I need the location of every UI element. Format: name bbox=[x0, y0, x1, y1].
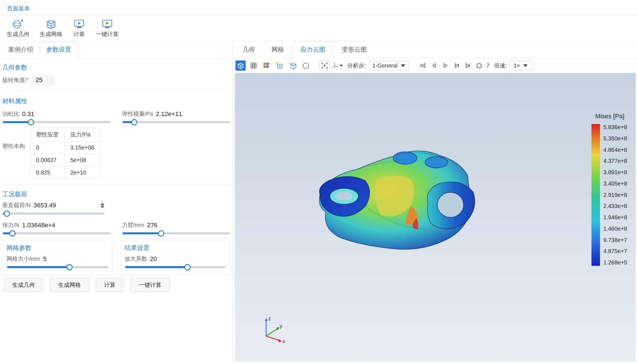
first-frame-icon[interactable] bbox=[418, 61, 427, 70]
vertical-load-stepper[interactable] bbox=[100, 203, 104, 208]
svg-rect-9 bbox=[264, 63, 266, 65]
ribbon-mesh[interactable]: 生成网格 bbox=[40, 18, 62, 38]
svg-text:y: y bbox=[280, 323, 282, 329]
axis-xyz-icon[interactable]: zyx bbox=[332, 60, 343, 71]
table-row[interactable]: 03.15e+08 bbox=[30, 142, 100, 154]
legend-value: 1.268e+5 bbox=[603, 259, 627, 266]
poisson-label: 泊松比 bbox=[2, 110, 19, 118]
poisson-value: 0.31 bbox=[22, 110, 34, 118]
svg-line-32 bbox=[266, 328, 278, 336]
svg-line-35 bbox=[266, 336, 280, 341]
svg-point-13 bbox=[268, 63, 270, 64]
scale-factor-value: 20 bbox=[150, 255, 157, 263]
loop-icon[interactable] bbox=[475, 61, 484, 70]
gen-geometry-button[interactable]: 生成几何 bbox=[4, 278, 43, 292]
play-icon[interactable] bbox=[441, 61, 450, 70]
table-row[interactable]: 0.006375e+08 bbox=[30, 154, 100, 167]
svg-point-26 bbox=[437, 192, 464, 217]
poisson-slider[interactable] bbox=[3, 121, 111, 123]
play-monitor-icon bbox=[101, 18, 114, 29]
svg-text:z: z bbox=[334, 62, 335, 64]
viewport-3d[interactable]: z y x Mises [Pa] bbox=[235, 73, 636, 362]
stress-contour-model bbox=[292, 118, 507, 277]
svg-point-15 bbox=[276, 62, 278, 64]
frame-number: 7 bbox=[487, 62, 490, 69]
legend-value: 3.405e+8 bbox=[603, 180, 627, 187]
compute-button[interactable]: 计算 bbox=[96, 278, 124, 292]
svg-rect-38 bbox=[591, 124, 600, 266]
colored-blocks-icon[interactable] bbox=[262, 60, 272, 71]
speed-select[interactable]: 1× bbox=[510, 61, 532, 70]
legend-value: 1.460e+8 bbox=[603, 226, 627, 232]
svg-rect-10 bbox=[266, 63, 269, 65]
svg-rect-11 bbox=[264, 66, 266, 68]
tension-slider[interactable] bbox=[3, 232, 111, 234]
gen-mesh-button[interactable]: 生成网格 bbox=[50, 278, 89, 292]
legend-value: 2.433e+8 bbox=[603, 203, 627, 209]
next-frame-icon[interactable] bbox=[452, 61, 461, 70]
svg-marker-8 bbox=[106, 22, 109, 25]
svg-rect-4 bbox=[77, 27, 81, 28]
young-slider[interactable] bbox=[123, 121, 230, 123]
tension-label: 张力/N bbox=[2, 221, 19, 229]
svg-rect-7 bbox=[105, 27, 110, 28]
table-row[interactable]: 0.8252e+10 bbox=[30, 167, 100, 179]
legend-value: 2.919e+8 bbox=[603, 192, 627, 198]
outline-box-icon[interactable] bbox=[301, 60, 311, 71]
legend-value: 5.836e+8 bbox=[603, 124, 627, 131]
svg-point-0 bbox=[13, 21, 21, 28]
vertical-load-value: 3653.49 bbox=[33, 202, 56, 209]
svg-point-16 bbox=[289, 62, 291, 64]
vertical-load-slider[interactable] bbox=[3, 212, 104, 214]
analysis-step-select[interactable]: 1-General bbox=[369, 61, 409, 70]
vertical-load-label: 垂直载荷/N bbox=[2, 201, 31, 209]
mesh-size-value: 5 bbox=[43, 255, 47, 263]
tab-param-settings[interactable]: 参数设置 bbox=[40, 41, 78, 58]
scale-factor-slider[interactable] bbox=[125, 266, 226, 268]
rotation-angle-value[interactable]: 25 bbox=[32, 75, 54, 85]
legend-value: 4.377e+8 bbox=[603, 158, 627, 164]
page-menu-tab[interactable]: 页面菜单 bbox=[2, 2, 35, 15]
legend-value: 3.891e+8 bbox=[603, 169, 627, 176]
tension-value: 1.03648e+4 bbox=[22, 222, 55, 229]
ribbon-label: 一键计算 bbox=[96, 30, 119, 38]
fit-view-icon[interactable] bbox=[319, 60, 330, 71]
prev-frame-icon[interactable] bbox=[430, 61, 438, 70]
th-stress: 应力/Pa bbox=[65, 128, 100, 142]
rtab-geometry[interactable]: 几何 bbox=[234, 41, 263, 58]
svg-text:x: x bbox=[332, 67, 333, 69]
svg-text:z: z bbox=[268, 316, 271, 321]
light-grid-icon[interactable] bbox=[275, 60, 285, 71]
rtab-mesh[interactable]: 网格 bbox=[263, 41, 292, 58]
result-section-title: 结果设置 bbox=[125, 244, 226, 252]
sphere-icon bbox=[12, 18, 25, 29]
plastic-constitutive-label: 塑性本构 bbox=[2, 128, 25, 150]
svg-marker-36 bbox=[279, 339, 282, 342]
tab-case-intro[interactable]: 案例介绍 bbox=[2, 41, 40, 58]
legend-value: 1.946e+8 bbox=[603, 214, 627, 221]
light-box-icon[interactable] bbox=[288, 60, 298, 71]
young-label: 弹性模量/Pa bbox=[122, 110, 153, 118]
rtab-stress-contour[interactable]: 应力云图 bbox=[292, 41, 334, 58]
cube-mesh-icon bbox=[45, 18, 58, 29]
color-legend: 5.836e+85.350e+84.864e+84.377e+83.891e+8… bbox=[591, 124, 627, 266]
mesh-size-slider[interactable] bbox=[7, 266, 108, 268]
ribbon-onekey-compute[interactable]: 一键计算 bbox=[96, 18, 119, 38]
rtab-deform-contour[interactable]: 变形云图 bbox=[334, 41, 375, 58]
svg-marker-33 bbox=[276, 327, 280, 331]
view-box-icon[interactable] bbox=[235, 60, 246, 71]
load-section-title: 工况载荷 bbox=[2, 190, 230, 199]
mesh-size-label: 网格大小/mm bbox=[7, 255, 40, 263]
ribbon-geometry[interactable]: 生成几何 bbox=[7, 18, 30, 38]
analysis-step-label: 分析步: bbox=[347, 62, 366, 70]
grid-icon[interactable] bbox=[249, 60, 259, 71]
young-value: 2.12e+11 bbox=[156, 110, 182, 118]
arm-value: 276 bbox=[147, 222, 157, 229]
ribbon-compute[interactable]: 计算 bbox=[73, 18, 86, 38]
legend-value: 9.738e+7 bbox=[603, 237, 627, 243]
scale-factor-label: 放大系数 bbox=[125, 255, 147, 263]
plastic-table: 塑性应变 应力/Pa 03.15e+08 0.006375e+08 0.8252… bbox=[30, 128, 100, 179]
arm-slider[interactable] bbox=[123, 232, 230, 234]
onekey-compute-button[interactable]: 一键计算 bbox=[130, 278, 170, 292]
last-frame-icon[interactable] bbox=[464, 61, 472, 70]
